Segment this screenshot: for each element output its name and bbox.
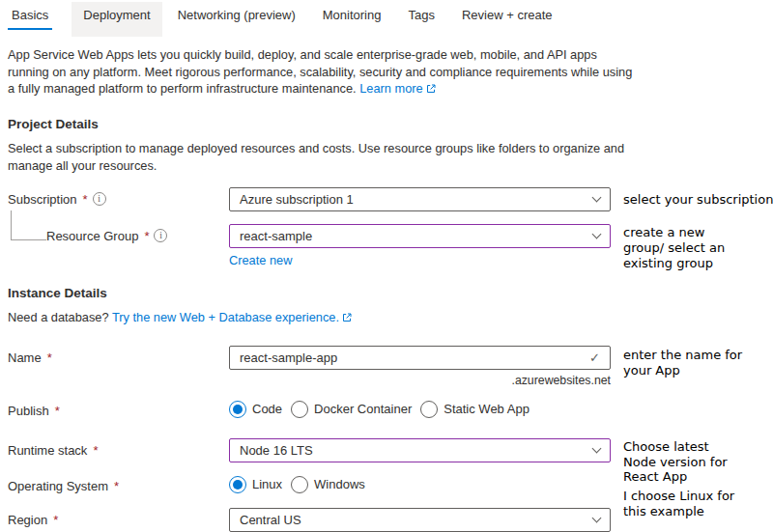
resource-group-label: Resource Group: [46, 229, 138, 243]
resource-group-field-cell: react-sample Create new: [229, 224, 611, 267]
database-prompt-text: Need a database?: [8, 310, 109, 324]
tab-basics-label: Basics: [8, 8, 52, 30]
subscription-field-cell: Azure subscription 1: [229, 187, 611, 211]
radio-label: Code: [252, 402, 282, 416]
required-asterisk: *: [93, 443, 98, 458]
operating-system-label: Operating System: [8, 479, 108, 493]
tab-monitoring[interactable]: Monitoring: [311, 2, 393, 37]
radio-option-docker-container[interactable]: Docker Container: [291, 401, 412, 418]
tab-basics[interactable]: Basics: [8, 2, 64, 37]
subscription-label: Subscription: [8, 192, 77, 207]
external-link-icon: [342, 310, 352, 327]
annotation-name: enter the name for your App: [623, 348, 749, 378]
validation-check-icon: ✓: [589, 350, 600, 365]
region-dropdown[interactable]: Central US: [229, 508, 611, 532]
region-value: Central US: [240, 513, 301, 527]
subscription-row: Subscription* Azure subscription 1 selec…: [8, 187, 765, 211]
radio-option-static-web-app[interactable]: Static Web App: [420, 401, 530, 418]
chevron-down-icon: [592, 230, 602, 239]
radio-icon: [291, 401, 308, 418]
create-web-app-basics-page: Basics Deployment Networking (preview) M…: [0, 0, 773, 532]
runtime-stack-label: Runtime stack: [8, 443, 87, 458]
tab-networking[interactable]: Networking (preview): [166, 2, 307, 37]
resource-group-value: react-sample: [240, 229, 312, 243]
required-asterisk: *: [114, 479, 119, 493]
subscription-value: Azure subscription 1: [240, 192, 354, 207]
runtime-stack-value: Node 16 LTS: [240, 443, 313, 458]
resource-group-label-cell: Resource Group*: [8, 224, 229, 243]
radio-selected-icon: [229, 401, 246, 418]
name-label-cell: Name*: [8, 346, 229, 365]
resource-group-dropdown[interactable]: react-sample: [229, 224, 611, 248]
name-label: Name: [8, 350, 42, 365]
annotation-subscription: select your subscription: [623, 192, 773, 208]
chevron-down-icon: [592, 444, 602, 454]
radio-option-code[interactable]: Code: [229, 401, 282, 418]
tab-tags[interactable]: Tags: [396, 2, 445, 37]
required-asterisk: *: [83, 192, 88, 207]
project-details-heading: Project Details: [8, 117, 765, 131]
publish-radio-group: Code Docker Container Static Web App: [229, 399, 611, 418]
runtime-stack-dropdown[interactable]: Node 16 LTS: [229, 438, 611, 462]
region-row: Region* Central US Not finding your App …: [8, 508, 765, 532]
service-description: App Service Web Apps lets you quickly bu…: [8, 46, 634, 98]
radio-label: Linux: [252, 477, 282, 491]
domain-suffix: .azurewebsites.net: [229, 374, 611, 387]
operating-system-radio-group: Linux Windows: [229, 474, 611, 493]
project-details-description: Select a subscription to manage deployed…: [8, 140, 626, 175]
publish-label-cell: Publish*: [8, 399, 229, 418]
tab-networking-label: Networking (preview): [178, 8, 296, 22]
info-icon[interactable]: [93, 192, 106, 206]
tab-deployment-label: Deployment: [83, 8, 150, 22]
chevron-down-icon: [592, 514, 602, 523]
subscription-dropdown[interactable]: Azure subscription 1: [229, 187, 611, 211]
service-description-text: App Service Web Apps lets you quickly bu…: [8, 47, 632, 96]
tab-monitoring-label: Monitoring: [323, 8, 382, 22]
required-asterisk: *: [144, 229, 149, 243]
tab-deployment[interactable]: Deployment: [72, 2, 161, 37]
resource-group-row: Resource Group* react-sample Create new …: [8, 224, 765, 267]
radio-option-linux[interactable]: Linux: [229, 476, 282, 493]
region-label-cell: Region*: [8, 508, 229, 527]
instance-details-form: Name* react-sample-app ✓ .azurewebsites.…: [8, 346, 765, 532]
radio-label: Static Web App: [444, 402, 530, 416]
learn-more-link[interactable]: Learn more: [359, 81, 422, 96]
publish-row: Publish* Code Docker Container Static We…: [8, 399, 765, 418]
database-experience-link[interactable]: Try the new Web + Database experience.: [112, 310, 339, 324]
project-details-form: Subscription* Azure subscription 1 selec…: [8, 187, 765, 267]
region-field-cell: Central US Not finding your App Service …: [229, 508, 611, 532]
radio-label: Windows: [314, 477, 365, 491]
operating-system-row: Operating System* Linux Windows I choose…: [8, 474, 765, 493]
name-input[interactable]: react-sample-app ✓: [229, 346, 611, 370]
required-asterisk: *: [47, 350, 52, 365]
subscription-label-cell: Subscription*: [8, 187, 229, 207]
radio-icon: [291, 476, 308, 493]
runtime-stack-label-cell: Runtime stack*: [8, 438, 229, 458]
tab-review-create[interactable]: Review + create: [450, 2, 564, 37]
operating-system-label-cell: Operating System*: [8, 474, 229, 493]
database-prompt-line: Need a database? Try the new Web + Datab…: [8, 309, 626, 327]
chevron-down-icon: [592, 193, 602, 203]
name-field-cell: react-sample-app ✓ .azurewebsites.net: [229, 346, 611, 387]
runtime-stack-field-cell: Node 16 LTS: [229, 438, 611, 462]
publish-label: Publish: [8, 404, 49, 418]
runtime-stack-row: Runtime stack* Node 16 LTS Choose latest…: [8, 438, 765, 462]
create-new-link[interactable]: Create new: [229, 253, 292, 267]
radio-option-windows[interactable]: Windows: [291, 476, 365, 493]
external-link-icon: [426, 81, 436, 98]
tab-review-create-label: Review + create: [462, 8, 553, 22]
tab-tags-label: Tags: [408, 8, 434, 22]
instance-details-heading: Instance Details: [8, 286, 765, 300]
required-asterisk: *: [53, 513, 58, 527]
info-icon[interactable]: [154, 229, 167, 242]
radio-selected-icon: [229, 476, 246, 493]
name-row: Name* react-sample-app ✓ .azurewebsites.…: [8, 346, 765, 387]
region-label: Region: [8, 513, 47, 527]
radio-icon: [420, 401, 438, 418]
required-asterisk: *: [55, 404, 60, 418]
name-value: react-sample-app: [240, 350, 337, 365]
tab-strip: Basics Deployment Networking (preview) M…: [8, 0, 765, 37]
annotation-resource-group: create a new group/ select an existing g…: [623, 225, 731, 271]
radio-label: Docker Container: [314, 402, 412, 416]
